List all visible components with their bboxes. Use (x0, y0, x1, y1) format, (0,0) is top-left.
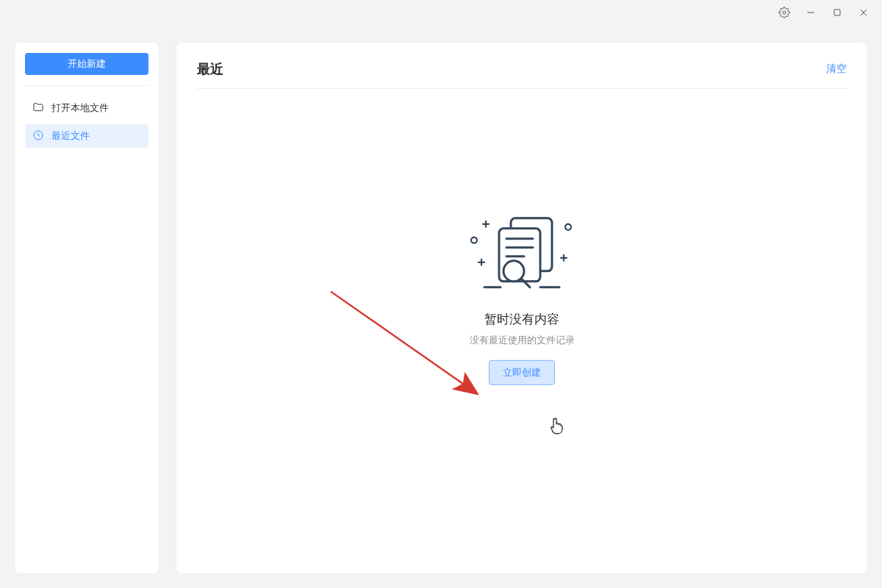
svg-line-23 (331, 292, 476, 393)
create-now-label: 立即创建 (503, 367, 541, 378)
folder-icon (32, 101, 44, 115)
gear-icon (778, 7, 790, 21)
empty-subtitle: 没有最近使用的文件记录 (470, 334, 575, 347)
svg-point-0 (783, 11, 786, 14)
sidebar-item-open-local[interactable]: 打开本地文件 (25, 96, 148, 120)
start-new-button[interactable]: 开始新建 (25, 53, 148, 75)
page-title: 最近 (197, 60, 223, 78)
empty-state: 暂时没有内容 没有最近使用的文件记录 立即创建 (459, 214, 584, 385)
pointer-cursor-icon (550, 417, 564, 434)
start-new-label: 开始新建 (68, 57, 106, 71)
sidebar-item-label: 最近文件 (51, 129, 90, 143)
minimize-button[interactable] (798, 3, 823, 25)
close-icon (858, 7, 870, 21)
svg-point-20 (565, 224, 571, 230)
content-header: 最近 清空 (197, 60, 847, 89)
clear-button[interactable]: 清空 (826, 62, 847, 76)
content-panel: 最近 清空 (176, 43, 867, 573)
maximize-icon (831, 7, 843, 21)
sidebar-item-label: 打开本地文件 (51, 101, 109, 115)
sidebar-item-recent[interactable]: 最近文件 (25, 124, 148, 148)
empty-illustration-icon (459, 214, 584, 298)
sidebar: 开始新建 打开本地文件 最近文件 (15, 43, 159, 573)
maximize-button[interactable] (825, 3, 850, 25)
close-button[interactable] (851, 3, 876, 25)
create-now-button[interactable]: 立即创建 (489, 360, 555, 385)
svg-point-19 (471, 237, 477, 243)
window-titlebar (0, 0, 882, 28)
settings-button[interactable] (772, 3, 797, 25)
workspace: 开始新建 打开本地文件 最近文件 最近 清空 (0, 28, 882, 588)
sidebar-divider (25, 85, 148, 86)
empty-title: 暂时没有内容 (484, 311, 559, 328)
clock-icon (32, 129, 44, 143)
svg-rect-2 (834, 10, 840, 15)
minimize-icon (805, 7, 817, 21)
